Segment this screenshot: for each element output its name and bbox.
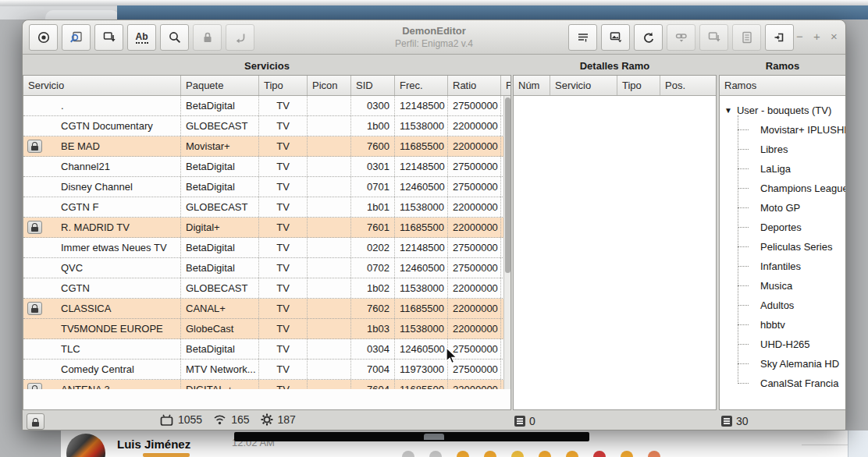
exit-button[interactable] <box>765 24 794 51</box>
expander-triangle-icon[interactable]: ▼ <box>724 106 732 115</box>
row-lock-button[interactable] <box>27 302 42 315</box>
service-row[interactable]: Comedy CentralMTV Network...TV7004119730… <box>23 360 510 380</box>
service-cell: Digital+ <box>181 218 259 237</box>
service-row[interactable]: .BetaDigitalTV03001214850027500000 <box>23 96 510 116</box>
service-row[interactable]: ANTENA 3DIGITAL +TV76041168550022000000 <box>23 380 510 389</box>
bouquet-item[interactable]: Adultos <box>734 296 845 315</box>
tree-root-user-bouquets[interactable]: ▼ User - bouquets (TV) <box>724 101 845 120</box>
maximize-button[interactable]: + <box>812 30 822 44</box>
service-cell <box>308 238 351 257</box>
service-row[interactable]: CGTN DocumentaryGLOBECASTTV1b00115380002… <box>23 116 510 136</box>
bouquet-item[interactable]: Champions League <box>734 179 845 198</box>
service-row[interactable]: CLASSICACANAL+TV76021168550022000000 <box>23 299 510 319</box>
service-cell: QVC <box>23 258 181 278</box>
minimize-button[interactable]: − <box>795 30 805 44</box>
column-header-tipo[interactable]: Tipo <box>259 76 308 95</box>
service-cell: BetaDigital <box>181 96 259 115</box>
bouquet-item[interactable]: Sky Alemania HD <box>734 354 845 374</box>
titlebar: Ab <box>23 20 845 55</box>
column-header-sid[interactable]: SID <box>351 76 395 95</box>
service-cell: 27500000 <box>448 177 501 197</box>
column-header-servicio[interactable]: Servicio <box>23 76 181 95</box>
row-lock-button[interactable] <box>27 221 42 234</box>
list-icon <box>721 416 732 427</box>
service-row[interactable]: Disney ChannelBetaDigitalTV0701124605002… <box>23 177 510 197</box>
column-header-ratio[interactable]: Ratio <box>448 76 501 95</box>
column-header-det-servicio[interactable]: Servicio <box>550 76 617 95</box>
log-button[interactable] <box>732 24 761 51</box>
edit-list-button[interactable] <box>568 24 597 51</box>
lock-button[interactable] <box>193 24 222 51</box>
column-header-ramos[interactable]: Ramos <box>720 76 845 95</box>
bouquet-item[interactable]: Musica <box>734 276 845 296</box>
column-header-partial[interactable]: F <box>501 76 510 95</box>
service-cell: Comedy Central <box>23 360 181 379</box>
service-row[interactable]: TLCBetaDigitalTV03041246050027500000 <box>23 339 510 360</box>
service-cell: 22000000 <box>448 278 501 298</box>
bouquet-item[interactable]: LaLiga <box>734 159 845 179</box>
bouquets-column-header-row: Ramos <box>720 76 845 96</box>
statusbar-lock-button[interactable] <box>27 413 44 430</box>
bouquets-panel: Ramos ▼ User - bouquets (TV) Movistar+ I… <box>719 75 846 410</box>
bouquet-item[interactable]: Moto GP <box>734 198 845 218</box>
service-row[interactable]: Immer etwas Neues TVBetaDigitalTV0202121… <box>23 238 510 258</box>
service-row[interactable]: CGTN FGLOBECASTTV1b011153800022000000 <box>23 197 510 218</box>
service-cell: TV <box>259 339 308 359</box>
search-button[interactable] <box>160 24 189 51</box>
column-header-paquete[interactable]: Paquete <box>181 76 259 95</box>
close-button[interactable]: × <box>829 30 839 44</box>
column-header-num[interactable]: Núm <box>514 76 550 95</box>
link-button[interactable] <box>667 24 695 51</box>
service-cell: 11538000 <box>395 197 448 217</box>
column-header-pos[interactable]: Pos. <box>660 76 716 95</box>
download-button[interactable] <box>699 24 728 51</box>
undo-button[interactable] <box>226 24 254 51</box>
window-title-area: DemonEditor Perfil: Enigma2 v.4 <box>395 25 473 49</box>
bouquet-item[interactable]: Libres <box>734 140 845 159</box>
services-scrollbar[interactable] <box>503 96 510 389</box>
data-count: 187 <box>278 413 296 426</box>
bouquet-item[interactable]: Deportes <box>734 218 845 237</box>
bouquet-item[interactable]: Movistar+ IPLUSHD <box>734 120 845 140</box>
service-row[interactable]: R. MADRID TVDigital+TV760111685500220000… <box>23 218 510 238</box>
row-lock-button[interactable] <box>27 383 42 389</box>
services-panel-title: Servicios <box>23 60 511 72</box>
column-header-picon[interactable]: Picon <box>308 76 351 95</box>
service-cell: 22000000 <box>448 197 501 217</box>
details-count: 0 <box>529 415 535 427</box>
bouquet-item[interactable]: UHD-H265 <box>734 335 845 354</box>
service-row[interactable]: QVCBetaDigitalTV07021246050027500000 <box>23 258 510 278</box>
services-scrollbar-thumb[interactable] <box>505 97 510 273</box>
app-title: DemonEditor <box>395 25 473 37</box>
service-cell: 11538000 <box>395 278 448 298</box>
service-cell <box>308 339 351 359</box>
picon-preview-button[interactable] <box>62 24 91 51</box>
bouquet-item[interactable]: CanalSat Francia <box>734 374 845 393</box>
insert-service-button[interactable] <box>94 24 123 51</box>
service-row[interactable]: CGTNGLOBECASTTV1b021153800022000000 <box>23 278 510 299</box>
service-row[interactable]: Channel21BetaDigitalTV030112148500275000… <box>23 157 510 177</box>
column-header-frec[interactable]: Frec. <box>395 76 448 95</box>
reload-button[interactable] <box>634 24 663 51</box>
column-header-det-tipo[interactable]: Tipo <box>617 76 660 95</box>
picons-button[interactable] <box>601 24 630 51</box>
service-row[interactable]: BE MADMovistar+TV76001168550022000000 <box>23 136 510 157</box>
bouquet-item[interactable]: hbbtv <box>734 315 845 335</box>
row-lock-button[interactable] <box>27 140 42 153</box>
service-cell: TV <box>259 360 308 379</box>
service-cell: Disney Channel <box>23 177 181 197</box>
service-cell <box>308 177 351 197</box>
radio-count: 165 <box>231 413 249 426</box>
service-cell: TV <box>259 177 308 197</box>
bouquet-item[interactable]: Peliculas Series <box>734 237 845 257</box>
rename-button[interactable]: Ab <box>127 24 156 51</box>
background-app-sender[interactable]: Luis Jiménez <box>117 438 190 451</box>
service-cell: . <box>23 96 181 115</box>
record-button[interactable] <box>29 24 58 51</box>
service-cell: 22000000 <box>448 319 501 338</box>
details-count-chip: 0 <box>514 415 535 427</box>
bouquet-item[interactable]: Infantiles <box>734 257 845 276</box>
service-cell <box>308 116 351 136</box>
service-row[interactable]: TV5MONDE EUROPEGlobeCastTV1b031153800022… <box>23 319 510 339</box>
service-cell: 1b01 <box>351 197 395 217</box>
